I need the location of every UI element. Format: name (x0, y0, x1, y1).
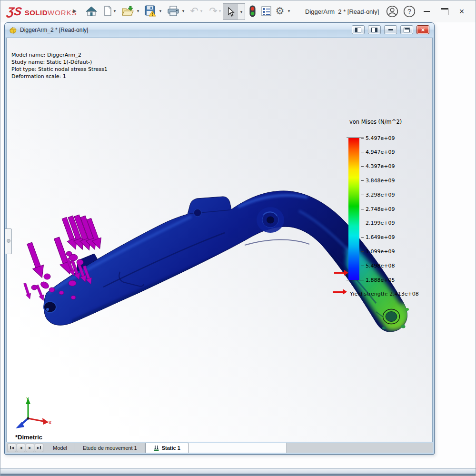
elbow-boss (257, 207, 284, 233)
minimize-doc-button[interactable] (384, 25, 397, 34)
plot-info-line: Plot type: Static nodal stress Stress1 (11, 66, 108, 73)
legend-color-bar (348, 138, 359, 280)
tab-bar-filler (188, 443, 287, 453)
options-button[interactable]: ⚙ (273, 4, 287, 18)
split-pane-right-button[interactable] (368, 25, 381, 34)
save-caret[interactable]: ▾ (158, 9, 163, 13)
part-file-icon (9, 27, 17, 34)
study-tab-bar: ◀ ◀ ▶ ▶ Model Etude de mouvement 1 Stati… (6, 443, 433, 453)
save-warning-icon (145, 5, 156, 17)
performance-indicator-button[interactable] (245, 4, 259, 18)
tab-model[interactable]: Model (45, 443, 75, 453)
orientation-triad: Y X (16, 397, 51, 428)
open-folder-icon (121, 6, 134, 16)
yield-marker-arrow-icon (334, 270, 349, 276)
minimize-icon (424, 11, 430, 12)
task-pane-button[interactable] (259, 4, 273, 18)
legend-value: 1.649e+09 (361, 234, 395, 241)
legend-value: 4.397e+09 (361, 163, 395, 170)
redo-caret[interactable]: ▾ (217, 9, 223, 13)
split-right-icon (371, 28, 377, 32)
tab-scroll-last-button[interactable]: ▶ (35, 444, 43, 452)
open-caret[interactable]: ▾ (135, 9, 141, 13)
legend-value: 4.947e+09 (361, 149, 395, 156)
new-document-caret[interactable]: ▾ (112, 9, 118, 13)
legend-value: 3.848e+09 (361, 177, 395, 184)
select-tool-button[interactable] (223, 3, 238, 20)
document-titlebar: DiggerArm_2 * [Read-only] × (5, 23, 434, 37)
solidworks-logo: ƷS SOLID WORKS (7, 5, 77, 18)
traffic-light-icon (249, 5, 256, 17)
tab-scroll-prev-button[interactable]: ◀ (17, 444, 25, 452)
select-arrow-icon (227, 7, 235, 17)
maximize-app-button[interactable] (437, 6, 452, 17)
menu-flyout-arrow-icon[interactable]: ▶ (73, 8, 77, 13)
close-doc-button[interactable]: × (416, 25, 429, 34)
logo-text-solid: SOLID (25, 9, 48, 17)
main-toolbar: ƷS SOLID WORKS ▶ ▾ ▾ (0, 0, 476, 22)
tab-scroll-first-button[interactable]: ◀ (8, 444, 16, 452)
restore-doc-button[interactable] (400, 25, 413, 34)
pin-bore-left (44, 302, 56, 313)
account-button[interactable] (385, 6, 399, 17)
legend-value: 1.099e+09 (361, 248, 395, 255)
options-caret[interactable]: ▾ (286, 9, 292, 13)
select-tool-caret[interactable]: ▾ (238, 3, 245, 20)
dassault-3s-logo-icon: ƷS (6, 5, 23, 18)
yield-label-arrow-icon (333, 289, 348, 295)
bracket-hole (194, 209, 201, 217)
tab-motion-study[interactable]: Etude de mouvement 1 (75, 443, 145, 453)
print-button[interactable] (166, 4, 180, 18)
document-title: DiggerArm_2 * [Read-only] (20, 27, 88, 33)
list-report-icon (261, 6, 271, 16)
redo-icon: ↷ (209, 6, 218, 16)
split-left-icon (355, 28, 361, 32)
restore-doc-icon (404, 28, 410, 32)
minimize-app-button[interactable] (419, 6, 434, 17)
help-button[interactable]: ? (402, 6, 416, 17)
legend-value: 5.498e+08 (361, 262, 395, 269)
stress-legend: von Mises (N/m^2) 5.497e+094.947e+094.39… (334, 119, 432, 318)
triad-y-label: Y (26, 397, 29, 401)
static-study-icon (153, 445, 159, 451)
maximize-icon (441, 8, 448, 15)
home-icon (86, 6, 97, 16)
viewport: Y X Model name: DiggerArm_2 Study name: … (6, 38, 433, 442)
help-icon: ? (403, 5, 416, 18)
tab-static-1[interactable]: Static 1 (145, 443, 188, 453)
open-button[interactable] (120, 4, 135, 18)
close-icon: × (459, 7, 465, 16)
legend-title: von Mises (N/m^2) (349, 119, 402, 125)
close-app-button[interactable]: × (455, 6, 469, 17)
undo-caret[interactable]: ▾ (198, 9, 204, 13)
close-doc-icon: × (421, 27, 425, 33)
svg-text:?: ? (407, 8, 411, 15)
plot-info-block: Model name: DiggerArm_2 Study name: Stat… (11, 51, 108, 80)
legend-value: 5.497e+09 (361, 135, 395, 141)
legend-value: 2.748e+09 (361, 206, 395, 212)
minimize-doc-icon (388, 29, 393, 30)
legend-value: 2.199e+09 (361, 220, 395, 227)
triad-x-label: X (49, 420, 51, 425)
print-icon (167, 6, 179, 16)
save-button[interactable] (143, 4, 158, 18)
tab-scroll-next-button[interactable]: ▶ (26, 444, 34, 452)
legend-value: 3.298e+09 (361, 191, 395, 198)
plot-info-line: Deformation scale: 1 (11, 73, 108, 80)
app-title: DiggerArm_2 * [Read-only] (305, 8, 379, 15)
tab-scroll-controls: ◀ ◀ ▶ ▶ (6, 443, 45, 453)
document-window-controls: × (352, 25, 429, 34)
yield-strength-label: Yield strength: 2.413e+08 (350, 291, 419, 297)
account-icon (386, 5, 398, 18)
home-button[interactable] (84, 4, 99, 18)
solidworks-app: ƷS SOLID WORKS ▶ ▾ ▾ (0, 0, 476, 476)
split-pane-left-button[interactable] (352, 25, 365, 34)
panel-handle-dot-icon (7, 239, 10, 243)
plot-info-line: Model name: DiggerArm_2 (11, 51, 108, 59)
print-caret[interactable]: ▾ (180, 9, 186, 13)
collapsed-panel-handle[interactable] (5, 228, 12, 254)
plot-info-line: Study name: Static 1(-Défaut-) (11, 59, 108, 66)
new-document-icon (103, 6, 112, 16)
status-bar (0, 468, 476, 476)
view-orientation-label: *Dimetric (15, 434, 42, 441)
